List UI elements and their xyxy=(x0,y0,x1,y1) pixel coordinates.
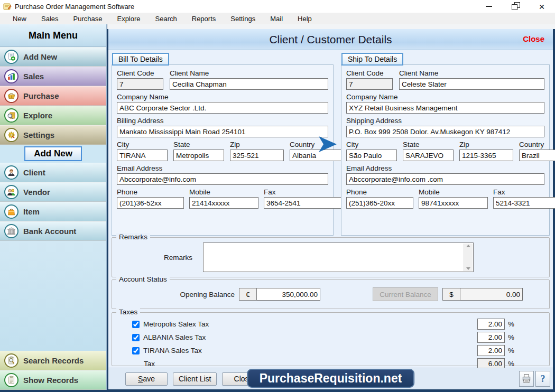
ship-client-name-input[interactable] xyxy=(399,78,544,90)
opening-balance-label: Opening Balance xyxy=(112,291,239,298)
close-window-button[interactable]: × xyxy=(529,0,555,13)
bank-building-icon xyxy=(4,224,18,238)
help-button[interactable]: ? xyxy=(535,371,550,387)
sidebar-item-label: Bank Account xyxy=(23,227,76,236)
menu-search[interactable]: Search xyxy=(148,15,184,23)
sidebar-item-label: Add New xyxy=(23,52,57,61)
current-balance-input[interactable] xyxy=(460,288,523,301)
country-label: Country xyxy=(519,141,544,148)
bill-mobile-input[interactable] xyxy=(189,197,258,209)
minimize-icon xyxy=(486,6,492,7)
tax-label: ALBANIA Sales Tax xyxy=(143,333,206,341)
remarks-group: Remarks Remarks xyxy=(112,237,550,277)
tax-value-input-tirana[interactable] xyxy=(477,345,505,356)
sidebar-add-new-section: Add New xyxy=(0,145,106,163)
sidebar-item-show-records[interactable]: Show Records xyxy=(0,370,106,390)
client-list-button[interactable]: Client List xyxy=(173,372,217,386)
vendor-people-icon xyxy=(4,185,18,199)
menu-mail[interactable]: Mail xyxy=(263,15,290,23)
percent-sign: % xyxy=(508,333,514,341)
ship-client-code-input[interactable] xyxy=(346,78,393,90)
sidebar-item-label: Settings xyxy=(23,130,54,139)
ship-address-input[interactable] xyxy=(346,126,544,137)
tax-checkbox-albania[interactable] xyxy=(132,334,140,341)
remarks-textarea[interactable] xyxy=(203,242,474,272)
current-balance-button[interactable]: Current Balance xyxy=(373,287,438,301)
sidebar-item-sales[interactable]: Sales xyxy=(0,67,106,86)
app-icon xyxy=(3,2,12,11)
bill-state-input[interactable] xyxy=(173,150,224,161)
bill-phone-input[interactable] xyxy=(117,197,184,209)
bill-address-input[interactable] xyxy=(117,126,328,137)
tax-row: ALBANIA Sales Tax % xyxy=(132,331,514,343)
fax-label: Fax xyxy=(264,188,276,196)
opening-balance-input[interactable] xyxy=(257,288,320,301)
opening-currency-symbol: € xyxy=(239,288,257,301)
sidebar-item-explore[interactable]: Explore xyxy=(0,106,106,125)
sidebar-item-bank-account[interactable]: Bank Account xyxy=(0,221,106,241)
tax-value-input-albania[interactable] xyxy=(477,332,505,343)
ship-fax-input[interactable] xyxy=(493,197,555,209)
ship-email-input[interactable] xyxy=(346,173,544,185)
minimize-button[interactable] xyxy=(476,0,502,13)
taxes-group-label: Taxes xyxy=(116,308,140,316)
bill-client-code-input[interactable] xyxy=(117,78,163,90)
sidebar-item-client[interactable]: Client xyxy=(0,163,106,182)
branding-badge: PurchaseRequisition.net xyxy=(247,369,415,388)
restore-icon xyxy=(513,4,518,9)
sidebar: Main Menu Add New Sales Purchase Explore xyxy=(0,24,107,390)
bill-email-input[interactable] xyxy=(117,173,328,185)
tax-value-input-metropolis[interactable] xyxy=(477,319,505,330)
sidebar-item-purchase[interactable]: Purchase xyxy=(0,86,106,106)
restore-button[interactable] xyxy=(502,0,529,13)
menu-new[interactable]: New xyxy=(5,15,34,23)
main-content: Client / Customer Details Close Bill To … xyxy=(108,29,553,389)
percent-sign: % xyxy=(508,347,514,354)
ship-company-name-input[interactable] xyxy=(346,102,544,114)
ship-state-input[interactable] xyxy=(403,150,454,161)
sidebar-item-add-new[interactable]: Add New xyxy=(0,47,106,67)
sidebar-item-search-records[interactable]: Search Records xyxy=(0,351,106,370)
print-button[interactable] xyxy=(519,371,534,387)
page-close-link[interactable]: Close xyxy=(523,34,544,43)
client-person-icon xyxy=(4,165,18,180)
window-controls: × xyxy=(476,0,555,13)
remarks-scrollbar[interactable] xyxy=(464,244,473,271)
save-button[interactable]: Save xyxy=(125,372,168,386)
sidebar-item-settings[interactable]: Settings xyxy=(0,125,106,145)
ship-phone-input[interactable] xyxy=(346,197,413,209)
tax-checkbox-metropolis[interactable] xyxy=(132,321,140,328)
sidebar-item-item[interactable]: Item xyxy=(0,202,106,221)
search-records-icon xyxy=(4,353,18,368)
sidebar-item-vendor[interactable]: Vendor xyxy=(0,182,106,202)
ship-city-input[interactable] xyxy=(346,150,397,161)
tax-checkbox-tirana[interactable] xyxy=(132,347,140,354)
fax-label: Fax xyxy=(493,188,505,196)
scroll-down-icon[interactable] xyxy=(466,267,470,270)
menu-purchase[interactable]: Purchase xyxy=(66,15,110,23)
bill-client-name-input[interactable] xyxy=(170,78,328,90)
client-name-label: Client Name xyxy=(399,69,438,77)
city-label: City xyxy=(346,141,403,148)
menu-sales[interactable]: Sales xyxy=(34,15,66,23)
ship-zip-input[interactable] xyxy=(459,150,513,161)
menu-explore[interactable]: Explore xyxy=(109,15,147,23)
ship-to-panel: Client Code Client Name Company Name Shi… xyxy=(341,64,550,236)
menu-settings[interactable]: Settings xyxy=(223,15,263,23)
taxes-group: Taxes Metropolis Salex Tax % ALBANIA Sal… xyxy=(112,312,550,366)
phone-label: Phone xyxy=(117,188,189,196)
ship-country-input[interactable] xyxy=(519,150,555,161)
bill-zip-input[interactable] xyxy=(230,150,284,161)
scroll-up-icon[interactable] xyxy=(466,245,470,247)
document-add-icon xyxy=(4,50,18,64)
menu-reports[interactable]: Reports xyxy=(184,15,224,23)
bill-city-input[interactable] xyxy=(117,150,168,161)
client-code-label: Client Code xyxy=(117,69,170,77)
sidebar-add-new-header: Add New xyxy=(24,146,82,161)
bill-company-name-input[interactable] xyxy=(117,102,328,114)
ship-mobile-input[interactable] xyxy=(419,197,488,209)
remarks-field-label: Remarks xyxy=(112,254,203,262)
menu-help[interactable]: Help xyxy=(290,15,319,23)
tax-row: TIRANA Sales Tax % xyxy=(132,344,514,357)
zip-label: Zip xyxy=(459,141,519,148)
